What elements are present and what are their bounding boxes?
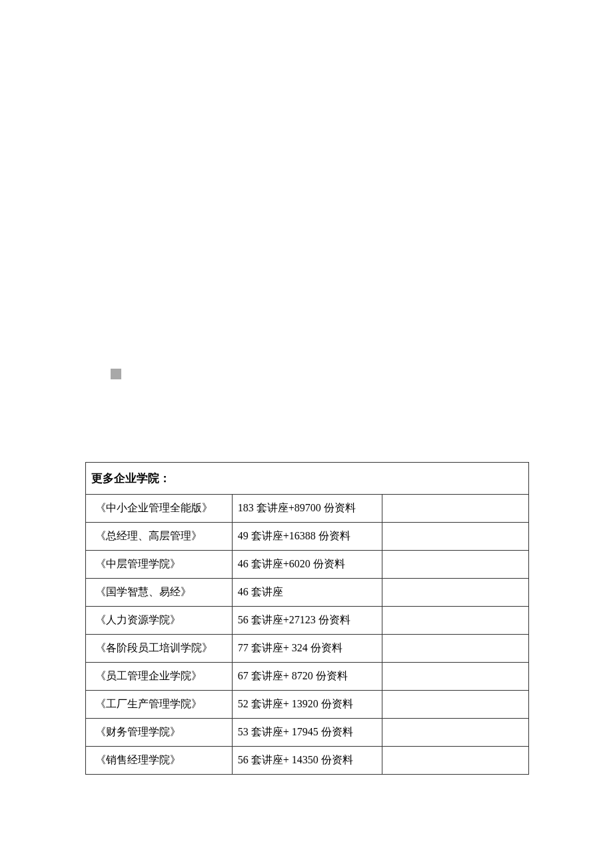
table-row: 《各阶段员工培训学院》 77 套讲座+ 324 份资料 xyxy=(86,635,529,663)
empty-cell xyxy=(382,719,529,747)
course-content: 46 套讲座+6020 份资料 xyxy=(232,551,382,579)
empty-cell xyxy=(382,551,529,579)
course-name: 《工厂生产管理学院》 xyxy=(86,691,233,719)
course-content: 56 套讲座+ 14350 份资料 xyxy=(232,747,382,775)
course-content: 46 套讲座 xyxy=(232,579,382,607)
table-row: 《人力资源学院》 56 套讲座+27123 份资料 xyxy=(86,607,529,635)
course-content: 49 套讲座+16388 份资料 xyxy=(232,523,382,551)
table-row: 《员工管理企业学院》 67 套讲座+ 8720 份资料 xyxy=(86,663,529,691)
table-row: 《国学智慧、易经》 46 套讲座 xyxy=(86,579,529,607)
table-title: 更多企业学院： xyxy=(86,463,529,495)
empty-cell xyxy=(382,607,529,635)
empty-cell xyxy=(382,691,529,719)
table-row: 《中层管理学院》 46 套讲座+6020 份资料 xyxy=(86,551,529,579)
course-content: 183 套讲座+89700 份资料 xyxy=(232,495,382,523)
table-row: 《财务管理学院》 53 套讲座+ 17945 份资料 xyxy=(86,719,529,747)
course-content: 67 套讲座+ 8720 份资料 xyxy=(232,663,382,691)
table-header-row: 更多企业学院： xyxy=(86,463,529,495)
empty-cell xyxy=(382,579,529,607)
course-name: 《国学智慧、易经》 xyxy=(86,579,233,607)
course-name: 《中小企业管理全能版》 xyxy=(86,495,233,523)
course-content: 56 套讲座+27123 份资料 xyxy=(232,607,382,635)
table-row: 《总经理、高层管理》 49 套讲座+16388 份资料 xyxy=(86,523,529,551)
course-name: 《中层管理学院》 xyxy=(86,551,233,579)
course-content: 77 套讲座+ 324 份资料 xyxy=(232,635,382,663)
table-row: 《工厂生产管理学院》 52 套讲座+ 13920 份资料 xyxy=(86,691,529,719)
course-table: 更多企业学院： 《中小企业管理全能版》 183 套讲座+89700 份资料 《总… xyxy=(85,462,529,775)
course-content: 52 套讲座+ 13920 份资料 xyxy=(232,691,382,719)
decorative-square xyxy=(111,369,121,379)
empty-cell xyxy=(382,747,529,775)
course-name: 《销售经理学院》 xyxy=(86,747,233,775)
course-table-container: 更多企业学院： 《中小企业管理全能版》 183 套讲座+89700 份资料 《总… xyxy=(85,462,529,775)
course-name: 《员工管理企业学院》 xyxy=(86,663,233,691)
empty-cell xyxy=(382,523,529,551)
table-row: 《中小企业管理全能版》 183 套讲座+89700 份资料 xyxy=(86,495,529,523)
empty-cell xyxy=(382,663,529,691)
empty-cell xyxy=(382,635,529,663)
table-row: 《销售经理学院》 56 套讲座+ 14350 份资料 xyxy=(86,747,529,775)
course-name: 《总经理、高层管理》 xyxy=(86,523,233,551)
course-name: 《各阶段员工培训学院》 xyxy=(86,635,233,663)
course-content: 53 套讲座+ 17945 份资料 xyxy=(232,719,382,747)
course-name: 《财务管理学院》 xyxy=(86,719,233,747)
empty-cell xyxy=(382,495,529,523)
course-name: 《人力资源学院》 xyxy=(86,607,233,635)
